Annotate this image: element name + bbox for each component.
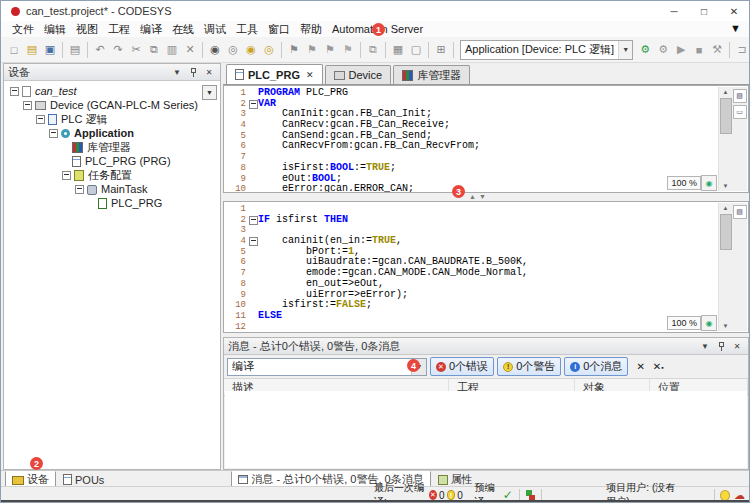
code-editor-declaration[interactable]: 1PROGRAM PLC_PRG2VAR3 CanInit:gcan.FB_Ca…: [223, 85, 749, 193]
copy-icon[interactable]: ⧉: [146, 42, 162, 58]
panel-menu-icon[interactable]: ▼: [170, 66, 184, 78]
editor-split-icon[interactable]: ▨: [733, 205, 747, 219]
infos-filter-button[interactable]: i0个消息: [564, 357, 628, 376]
expander-icon[interactable]: [49, 129, 58, 138]
build-dropdown-icon[interactable]: ▦: [390, 42, 406, 58]
clear-message-icon[interactable]: ✕: [636, 361, 644, 372]
menu-item-10[interactable]: 帮助: [295, 22, 327, 37]
pin-icon[interactable]: [714, 340, 728, 352]
bookmark-clear-icon[interactable]: ⚑: [340, 42, 356, 58]
menu-item-1[interactable]: 文件: [7, 22, 39, 37]
scroll-up-icon[interactable]: ▲: [719, 203, 732, 213]
funnel-icon[interactable]: ▼: [730, 22, 741, 34]
delete-icon[interactable]: ✕: [182, 42, 198, 58]
tree-item[interactable]: PLC_PRG: [4, 196, 220, 210]
new-project-icon[interactable]: □: [6, 42, 22, 58]
cut-icon[interactable]: ✂: [128, 42, 144, 58]
open-project-icon[interactable]: ▤: [24, 42, 40, 58]
find-icon[interactable]: ◉: [207, 42, 223, 58]
zoom-level[interactable]: 100 %: [667, 176, 701, 190]
scroll-down-icon[interactable]: ▼: [719, 321, 732, 331]
tab-device[interactable]: Device: [325, 65, 392, 84]
pin-icon[interactable]: [186, 66, 200, 78]
errors-filter-button[interactable]: ✕0个错误: [430, 357, 494, 376]
tree-item[interactable]: PLC_PRG (PRG): [4, 154, 220, 168]
tree-item[interactable]: can_test: [4, 84, 220, 98]
fold-collapse-icon[interactable]: [249, 216, 258, 225]
vertical-scrollbar[interactable]: ▲ ▼: [718, 203, 732, 331]
maximize-button[interactable]: □: [689, 1, 719, 21]
expander-icon[interactable]: [10, 87, 19, 96]
logout-icon[interactable]: ⚙: [655, 42, 671, 58]
redo-icon[interactable]: ↷: [110, 42, 126, 58]
menu-item-4[interactable]: 工程: [103, 22, 135, 37]
menu-item-6[interactable]: 在线: [167, 22, 199, 37]
tree-item[interactable]: Device (GCAN-PLC-M Series): [4, 98, 220, 112]
expander-icon[interactable]: [23, 101, 32, 110]
vertical-scrollbar[interactable]: ▲ ▼: [718, 87, 732, 191]
find-next-icon[interactable]: ◎: [225, 42, 241, 58]
expander-icon[interactable]: [62, 171, 71, 180]
tree-item[interactable]: MainTask: [4, 182, 220, 196]
close-panel-icon[interactable]: ✕: [730, 340, 744, 352]
scroll-up-icon[interactable]: ▲: [719, 87, 732, 97]
properties-icon[interactable]: ⧉: [365, 42, 381, 58]
scroll-down-icon[interactable]: ▼: [719, 181, 732, 191]
tab-库管理器[interactable]: 库管理器: [393, 65, 470, 84]
bookmark-prev-icon[interactable]: ⚑: [304, 42, 320, 58]
splitter-collapse-icon[interactable]: ▲▼: [469, 193, 489, 200]
warnings-filter-button[interactable]: !0个警告: [497, 357, 561, 376]
edit-object-icon[interactable]: ▢: [408, 42, 424, 58]
paste-icon[interactable]: ▥: [164, 42, 180, 58]
lamp-icon[interactable]: [720, 490, 730, 501]
expander-icon[interactable]: [75, 185, 84, 194]
panel-menu-icon[interactable]: ▼: [698, 340, 712, 352]
fold-collapse-icon[interactable]: [249, 237, 258, 246]
close-panel-icon[interactable]: ✕: [202, 66, 216, 78]
print-icon[interactable]: ▤: [67, 42, 83, 58]
tree-item[interactable]: PLC 逻辑: [4, 112, 220, 126]
editor-split-icon[interactable]: ▨: [733, 89, 747, 103]
bookmark-toggle-icon[interactable]: ⚑: [286, 42, 302, 58]
stop-icon[interactable]: ■: [691, 42, 707, 58]
fold-collapse-icon[interactable]: [249, 100, 258, 109]
code-editor-implementation[interactable]: 12IF isfirst THEN34 caninit(en_in:=TRUE,…: [223, 201, 749, 333]
tree-item[interactable]: Application: [4, 126, 220, 140]
undo-icon[interactable]: ↶: [92, 42, 108, 58]
menu-item-8[interactable]: 工具: [231, 22, 263, 37]
zoom-level[interactable]: 100 %: [667, 316, 701, 330]
close-tab-icon[interactable]: ✕: [306, 70, 314, 80]
find-in-project-icon[interactable]: ◉: [243, 42, 259, 58]
scrollbar-thumb[interactable]: [720, 214, 732, 250]
step-over-icon[interactable]: ⊐: [734, 42, 750, 58]
editor-splitter[interactable]: ▲▼: [223, 193, 749, 201]
application-selector[interactable]: Application [Device: PLC 逻辑]▼: [460, 40, 633, 60]
menu-item-3[interactable]: 视图: [71, 22, 103, 37]
menu-item-7[interactable]: 调试: [199, 22, 231, 37]
menu-item-2[interactable]: 编辑: [39, 22, 71, 37]
expander-icon[interactable]: [36, 115, 45, 124]
magnifier-icon[interactable]: ◉: [701, 175, 717, 191]
code-area[interactable]: 1PROGRAM PLC_PRG2VAR3 CanInit:gcan.FB_Ca…: [224, 88, 718, 192]
magnifier-icon[interactable]: ◉: [701, 315, 717, 331]
replace-in-project-icon[interactable]: ◎: [261, 42, 277, 58]
code-area[interactable]: 12IF isfirst THEN34 caninit(en_in:=TRUE,…: [224, 204, 718, 332]
messages-table-body[interactable]: [225, 391, 747, 468]
chevron-down-icon[interactable]: ▼: [618, 41, 632, 59]
scrollbar-thumb[interactable]: [720, 98, 732, 134]
clear-all-messages-icon[interactable]: ✕▪: [653, 361, 664, 372]
device-repository-icon[interactable]: ⊞: [433, 42, 449, 58]
tab-plc_prg[interactable]: PLC_PRG✕: [226, 64, 323, 84]
minimize-button[interactable]: ─: [659, 1, 689, 21]
editor-frame-icon[interactable]: ▭: [733, 105, 747, 119]
start-icon[interactable]: ▶: [673, 42, 689, 58]
menu-item-5[interactable]: 编译: [135, 22, 167, 37]
message-filter-combo[interactable]: 编译 ▼: [227, 358, 427, 376]
login-icon[interactable]: ⚙: [637, 42, 653, 58]
menu-item-9[interactable]: 窗口: [263, 22, 295, 37]
close-button[interactable]: ✕: [719, 1, 749, 21]
tree-item[interactable]: 任务配置: [4, 168, 220, 182]
bookmark-next-icon[interactable]: ⚑: [322, 42, 338, 58]
save-icon[interactable]: ▣: [42, 42, 58, 58]
debug-settings-icon[interactable]: ⚒: [709, 42, 725, 58]
